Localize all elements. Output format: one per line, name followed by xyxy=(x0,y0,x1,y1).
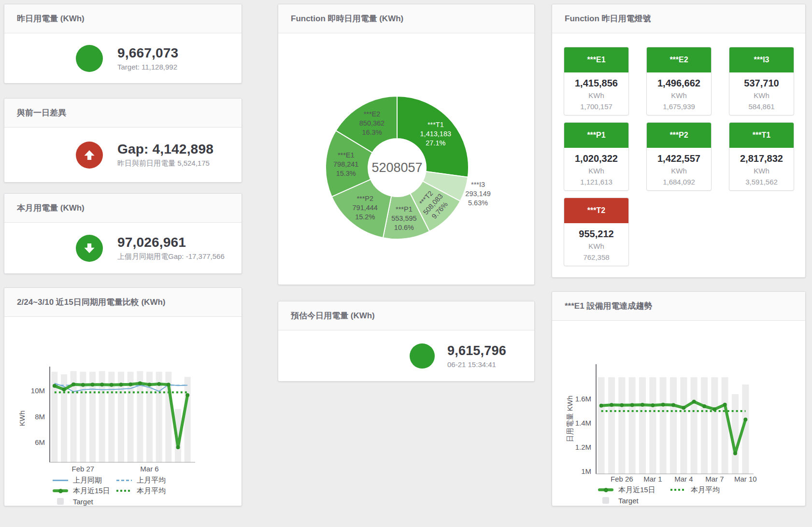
panel-title: Function 即時日用電量 (KWh) xyxy=(278,4,534,33)
lamp-tile-name: ***I3 xyxy=(729,47,794,72)
x-tick-label: Mar 6 xyxy=(140,465,158,473)
data-point xyxy=(743,418,747,422)
legend-swatch-icon xyxy=(53,489,68,492)
legend-item-Target[interactable]: Target xyxy=(53,497,116,506)
panel-title: 2/24~3/10 近15日同期用電量比較 (KWh) xyxy=(4,288,242,317)
y-axis-label: KWh xyxy=(18,411,26,427)
legend-item-本月平均[interactable]: 本月平均 xyxy=(670,485,720,495)
data-point xyxy=(712,407,716,411)
lamp-tile-unit: KWh xyxy=(729,90,794,101)
legend-label: 上月同期 xyxy=(73,476,102,485)
legend-label: 本月平均 xyxy=(691,485,720,495)
x-tick-label: Mar 10 xyxy=(734,475,757,483)
panel-title: ***E1 設備用電達成趨勢 xyxy=(552,292,805,321)
donut-slice-label: ***I3293,1495.63% xyxy=(465,181,490,207)
trend-chart-legend: 本月近15日本月平均Target xyxy=(598,485,720,505)
lamp-tile: ***E11,415,856KWh1,700,157 xyxy=(564,47,629,115)
legend-swatch-icon xyxy=(57,498,64,505)
lamp-tile-previous-value: 3,591,562 xyxy=(729,177,794,188)
lamp-tile-unit: KWh xyxy=(729,166,794,177)
data-point xyxy=(610,403,613,407)
legend-swatch-icon xyxy=(670,489,686,491)
x-tick-label: Mar 1 xyxy=(643,475,662,483)
target-bar xyxy=(649,377,656,474)
data-point xyxy=(185,393,189,397)
legend-label: 本月平均 xyxy=(137,486,166,496)
x-tick-label: Mar 7 xyxy=(705,475,724,483)
lamp-tile-name: ***E2 xyxy=(647,47,711,72)
data-point xyxy=(682,406,685,410)
panel-forecast: 預估今日用電量 (KWh) 9,615,796 06-21 15:34:41 xyxy=(278,301,535,382)
panel-e1-trend-chart: ***E1 設備用電達成趨勢 1.6M1.4M1.2M1MFeb 26Mar 1… xyxy=(552,291,806,506)
legend-label: Target xyxy=(73,498,93,506)
data-point xyxy=(651,403,655,407)
data-point xyxy=(599,404,603,408)
y-tick-label: 8M xyxy=(35,413,45,421)
target-bar xyxy=(639,377,646,474)
lamp-tile: ***T2955,212KWh762,358 xyxy=(564,198,629,266)
legend-swatch-icon xyxy=(116,480,132,481)
donut-center-total: 5208057 xyxy=(371,160,422,175)
target-bar xyxy=(732,394,739,474)
target-bar xyxy=(608,377,615,474)
stat-subtitle: Target: 11,128,992 xyxy=(117,63,178,71)
legend-item-本月近15日[interactable]: 本月近15日 xyxy=(53,486,116,496)
panel-compare-chart: 2/24~3/10 近15日同期用電量比較 (KWh) 10M8M6MFeb 2… xyxy=(4,287,242,506)
lamp-tile-name: ***T2 xyxy=(564,198,628,223)
target-bar xyxy=(701,377,708,474)
data-point xyxy=(723,403,727,407)
panel-day-gap: 與前一日差異 Gap: 4,142,898 昨日與前日用電量 5,524,175 xyxy=(4,98,242,183)
data-point xyxy=(128,383,132,386)
data-point xyxy=(119,383,123,386)
lamp-tile-unit: KWh xyxy=(564,241,628,252)
status-circle-icon xyxy=(410,343,435,369)
data-point xyxy=(661,403,665,407)
data-point xyxy=(176,445,180,449)
lamp-tile-grid: ***E11,415,856KWh1,700,157***E21,496,662… xyxy=(552,33,805,278)
legend-item-Target[interactable]: Target xyxy=(598,496,670,505)
legend-item-上月平均[interactable]: 上月平均 xyxy=(116,475,166,485)
legend-label: 本月近15日 xyxy=(73,486,110,496)
lamp-tile-previous-value: 1,121,613 xyxy=(564,177,628,188)
data-point xyxy=(138,382,142,385)
legend-swatch-icon xyxy=(602,497,609,504)
data-point xyxy=(148,383,152,386)
lamp-tile-previous-value: 762,358 xyxy=(564,252,628,263)
lamp-tile-name: ***T1 xyxy=(729,123,794,148)
legend-item-本月平均[interactable]: 本月平均 xyxy=(116,486,166,496)
panel-title: 預估今日用電量 (KWh) xyxy=(278,301,534,330)
lamp-tile-value: 1,020,322 xyxy=(564,151,628,166)
data-point xyxy=(110,383,114,387)
legend-item-本月近15日[interactable]: 本月近15日 xyxy=(598,485,670,495)
lamp-tile-value: 1,415,856 xyxy=(564,76,628,90)
data-point xyxy=(641,403,644,407)
legend-label: Target xyxy=(618,497,639,505)
arrow-up-icon xyxy=(76,142,103,169)
target-bar xyxy=(722,377,728,474)
data-point xyxy=(81,383,85,387)
x-tick-label: Mar 4 xyxy=(674,475,693,483)
stat-value: 9,667,073 xyxy=(117,45,178,61)
lamp-tile-name: ***P2 xyxy=(647,123,711,148)
panel-title: Function 昨日用電燈號 xyxy=(552,4,805,33)
lamp-tile-previous-value: 1,684,092 xyxy=(647,177,711,188)
y-tick-label: 1.4M xyxy=(575,419,591,427)
legend-swatch-icon xyxy=(53,480,68,481)
status-circle-icon xyxy=(76,45,103,72)
lamp-tile-value: 1,422,557 xyxy=(647,151,711,166)
lamp-tile: ***E21,496,662KWh1,675,939 xyxy=(646,47,712,115)
lamp-tile-value: 955,212 xyxy=(564,227,628,241)
lamp-tile: ***I3537,710KWh584,861 xyxy=(729,47,794,115)
data-point xyxy=(91,383,95,386)
x-tick-label: Feb 26 xyxy=(611,475,633,483)
legend-item-上月同期[interactable]: 上月同期 xyxy=(53,475,116,485)
target-bar xyxy=(711,377,718,474)
data-point xyxy=(630,403,634,407)
lamp-tile-unit: KWh xyxy=(647,90,711,101)
function-usage-donut-chart: ***T11,413,18327.1%***I3293,1495.63%***T… xyxy=(278,33,534,285)
lamp-tile-unit: KWh xyxy=(564,166,628,177)
target-bar xyxy=(598,377,605,474)
y-axis-label: 日用電量 KWh xyxy=(566,396,574,442)
lamp-tile-previous-value: 1,675,939 xyxy=(647,101,711,113)
y-tick-label: 1.2M xyxy=(575,443,591,451)
